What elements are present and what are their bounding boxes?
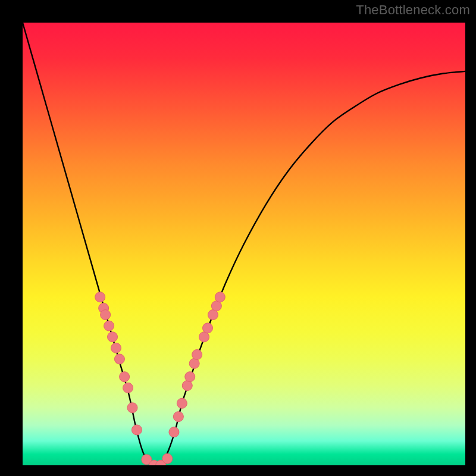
bottleneck-curve <box>23 23 465 465</box>
curve-dot <box>108 332 118 342</box>
curve-dot <box>95 292 105 302</box>
curve-dot <box>131 425 142 435</box>
curve-dot <box>215 292 225 302</box>
curve-dot <box>114 354 124 364</box>
curve-dot <box>111 343 121 353</box>
curve-dot <box>189 358 199 368</box>
curve-dot <box>162 453 173 464</box>
curve-dot <box>177 398 187 408</box>
curve-dot <box>123 383 133 393</box>
plot-area <box>23 23 465 465</box>
curve-dots <box>95 292 226 465</box>
curve-dot <box>120 372 130 382</box>
curve-dot <box>169 427 179 437</box>
curve-dot <box>202 323 212 333</box>
chart-container: TheBottleneck.com <box>0 0 476 476</box>
curve-dot <box>185 372 195 382</box>
curve-dot <box>173 412 183 422</box>
curve-layer <box>23 23 465 465</box>
curve-dot <box>127 403 137 413</box>
curve-dot <box>182 381 192 391</box>
curve-dot <box>192 350 202 360</box>
curve-dot <box>101 310 111 320</box>
curve-dot <box>104 321 114 331</box>
watermark-label: TheBottleneck.com <box>356 2 470 18</box>
